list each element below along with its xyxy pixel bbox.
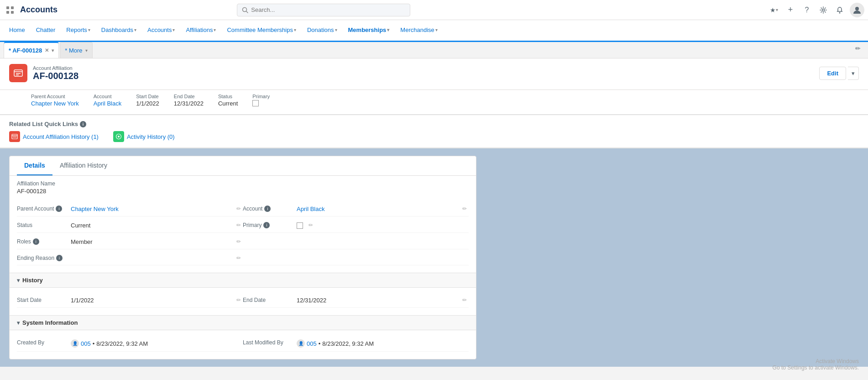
tab-af-000128[interactable]: * AF-000128 ✕ ▾ <box>4 42 59 58</box>
nav-merchandise[interactable]: Merchandise ▾ <box>395 20 443 42</box>
account-info-icon: i <box>264 206 271 212</box>
svg-rect-9 <box>14 70 22 76</box>
end-date-detail-label: End Date <box>243 297 293 303</box>
nav-committee-memberships[interactable]: Committee Memberships ▾ <box>221 20 302 42</box>
start-date-value: 1/1/2022 <box>136 100 159 107</box>
parent-account-edit-icon[interactable]: ✏ <box>235 206 243 212</box>
edit-dropdown-button[interactable]: ▾ <box>848 67 859 80</box>
svg-rect-0 <box>6 6 9 9</box>
parent-account-detail-label: Parent Account i <box>17 206 67 212</box>
notification-button[interactable] <box>833 4 846 16</box>
setup-button[interactable] <box>817 4 830 16</box>
tab-affiliation-history[interactable]: Affiliation History <box>52 156 115 175</box>
add-button[interactable]: + <box>784 4 797 16</box>
status-edit-icon[interactable]: ✏ <box>235 222 243 228</box>
account-value[interactable]: April Black <box>94 100 121 107</box>
nav-memberships-chevron: ▾ <box>387 27 389 32</box>
quick-links-list: Account Affiliation History (1) Activity… <box>9 131 859 142</box>
parent-account-value[interactable]: Chapter New York <box>31 100 79 107</box>
search-input[interactable] <box>251 6 405 13</box>
status-detail-value: Current <box>71 222 231 229</box>
nav-chatter[interactable]: Chatter <box>31 20 61 42</box>
quick-link-activity-history[interactable]: Activity History (0) <box>113 131 175 142</box>
nav-merchandise-chevron: ▾ <box>435 27 438 32</box>
tab-chevron-icon: ▾ <box>52 48 54 53</box>
edit-button[interactable]: Edit <box>819 67 846 80</box>
user-avatar-button[interactable] <box>850 3 864 17</box>
nav-accounts[interactable]: Accounts ▾ <box>142 20 180 42</box>
nav-dashboards[interactable]: Dashboards ▾ <box>96 20 142 42</box>
help-button[interactable]: ? <box>800 4 813 16</box>
account-field: Account April Black <box>94 94 121 107</box>
svg-rect-13 <box>12 134 17 139</box>
start-date-edit-icon[interactable]: ✏ <box>235 297 243 303</box>
tab-details[interactable]: Details <box>17 156 52 175</box>
account-label: Account <box>94 94 121 99</box>
nav-donations[interactable]: Donations ▾ <box>302 20 343 42</box>
main-nav: Home Chatter Reports ▾ Dashboards ▾ Acco… <box>0 20 868 42</box>
app-launcher-button[interactable] <box>4 4 16 16</box>
detail-section-main: Parent Account i Chapter New York ✏ Acco… <box>10 196 476 273</box>
nav-reports-label: Reports <box>66 26 87 33</box>
start-date-field: Start Date 1/1/2022 <box>136 94 159 107</box>
detail-row-2: Roles i Member ✏ <box>17 235 469 249</box>
favorites-button[interactable]: ★ ▾ <box>768 4 780 16</box>
affiliation-name-value: AF-000128 <box>17 188 469 195</box>
app-title: Accounts <box>20 5 58 15</box>
primary-field: Primary <box>252 94 270 107</box>
nav-memberships[interactable]: Memberships ▾ <box>343 20 395 42</box>
parent-account-label: Parent Account <box>31 94 79 99</box>
ending-reason-label: Ending Reason i <box>17 255 67 261</box>
end-date-edit-icon[interactable]: ✏ <box>460 297 469 303</box>
nav-reports[interactable]: Reports ▾ <box>61 20 96 42</box>
quick-links-title: Related List Quick Links i <box>9 121 859 127</box>
nav-committee-memberships-label: Committee Memberships <box>227 26 293 33</box>
nav-home[interactable]: Home <box>4 20 31 42</box>
edit-tab-icon[interactable]: ✏ <box>852 42 864 55</box>
ending-reason-edit-icon[interactable]: ✏ <box>235 255 243 261</box>
ending-reason-info-icon: i <box>56 255 63 261</box>
created-by-value: 👤 005 • 8/23/2022, 9:32 AM <box>71 339 243 348</box>
start-date-col: Start Date 1/1/2022 ✏ <box>17 297 243 304</box>
detail-row-0: Parent Account i Chapter New York ✏ Acco… <box>17 202 469 216</box>
affiliation-name-row: Affiliation Name AF-000128 <box>10 176 476 196</box>
detail-col-right-0: Account i April Black ✏ <box>243 206 469 212</box>
svg-point-17 <box>118 136 120 137</box>
quick-links-label: Related List Quick Links <box>9 121 78 127</box>
end-date-label: End Date <box>174 94 204 99</box>
tab-more[interactable]: * More ▾ <box>60 42 92 58</box>
primary-checkbox[interactable] <box>252 100 259 106</box>
nav-dashboards-chevron: ▾ <box>134 27 136 32</box>
fields-row: Parent Account Chapter New York Account … <box>0 90 868 115</box>
main-content: Details Affiliation History Affiliation … <box>0 148 868 367</box>
tab-close-icon[interactable]: ✕ <box>45 48 49 53</box>
nav-donations-chevron: ▾ <box>335 27 337 32</box>
account-edit-icon[interactable]: ✏ <box>460 206 469 212</box>
account-detail-value[interactable]: April Black <box>297 206 457 212</box>
nav-committee-chevron: ▾ <box>294 27 296 32</box>
record-type-label: Account Affiliation <box>33 65 78 71</box>
quick-link-affiliation-history[interactable]: Account Affiliation History (1) <box>9 131 99 142</box>
history-section-header[interactable]: ▾ History <box>10 273 476 288</box>
svg-point-6 <box>822 9 825 11</box>
details-panel: Details Affiliation History Affiliation … <box>9 156 476 359</box>
primary-edit-icon[interactable]: ✏ <box>307 222 315 228</box>
record-actions: Edit ▾ <box>819 67 859 80</box>
nav-affiliations[interactable]: Affiliations ▾ <box>180 20 221 42</box>
roles-edit-icon[interactable]: ✏ <box>235 238 243 245</box>
nav-accounts-label: Accounts <box>147 26 172 33</box>
system-info-section-header[interactable]: ▾ System Information <box>10 315 476 330</box>
start-date-detail-value: 1/1/2022 <box>71 297 231 304</box>
parent-account-info-icon: i <box>56 206 62 212</box>
chevron-down-icon: ▾ <box>776 7 778 12</box>
primary-info-icon: i <box>263 222 270 228</box>
modified-by-col: Last Modified By 👤 005 • 8/23/2022, 9:32… <box>243 339 469 348</box>
nav-dashboards-label: Dashboards <box>101 26 133 33</box>
record-header: Account Affiliation AF-000128 Edit ▾ <box>0 58 868 90</box>
end-date-field: End Date 12/31/2022 <box>174 94 204 107</box>
primary-detail-checkbox[interactable] <box>297 222 303 229</box>
tab-af-label: * AF-000128 <box>9 47 42 54</box>
start-date-detail-label: Start Date <box>17 297 67 303</box>
parent-account-detail-value[interactable]: Chapter New York <box>71 206 231 212</box>
panel-body: Affiliation Name AF-000128 Parent Accoun… <box>10 176 476 359</box>
